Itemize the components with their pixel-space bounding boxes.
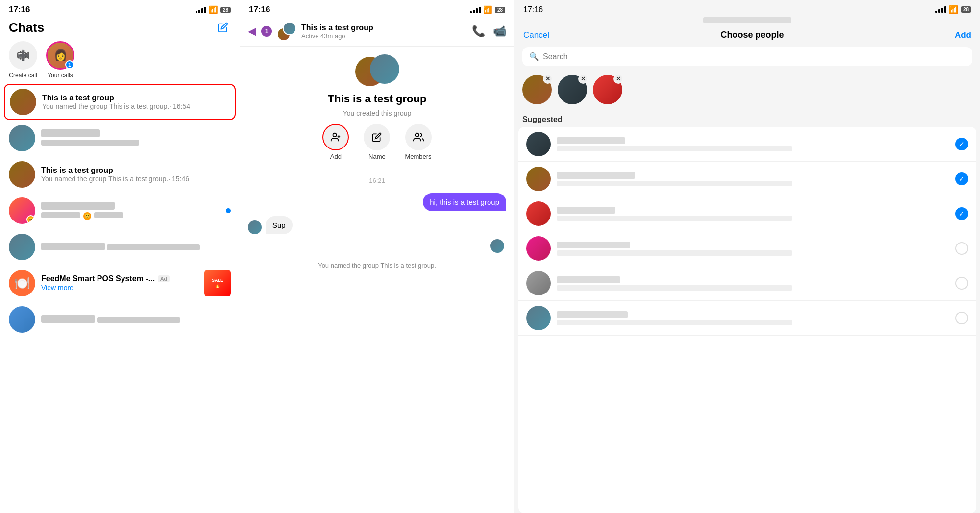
svg-point-6	[333, 133, 337, 137]
your-calls-circle[interactable]: 👩 1	[46, 41, 74, 70]
suggested-label: Suggested	[514, 110, 980, 127]
chat-item-7[interactable]	[0, 301, 240, 338]
create-call-circle[interactable]: ➕	[9, 41, 37, 70]
svg-point-9	[415, 133, 418, 137]
choose-title: Choose people	[720, 30, 784, 40]
wifi-icon-chat: 📶	[483, 5, 492, 14]
remove-avatar-1[interactable]: ✕	[543, 74, 553, 84]
create-call-label: Create call	[9, 72, 37, 79]
remove-avatar-2[interactable]: ✕	[578, 74, 588, 84]
edit-icon[interactable]	[215, 20, 231, 35]
chat-info-5	[41, 242, 231, 252]
chat-item-4[interactable]: 😊 😊	[0, 193, 240, 229]
check-circle-6[interactable]	[956, 312, 968, 324]
timestamp-1621: 16:21	[248, 177, 506, 184]
check-circle-2[interactable]: ✓	[956, 172, 968, 185]
header-status: Active 43m ago	[301, 32, 467, 40]
small-avatar-right	[490, 239, 504, 253]
add-label: Add	[330, 153, 342, 160]
selected-avatar-1: ✕	[522, 75, 552, 104]
members-circle[interactable]	[405, 124, 432, 150]
video-button[interactable]: 📹	[493, 25, 506, 38]
signal-icon	[196, 7, 206, 13]
person-sub-6	[557, 320, 792, 325]
person-item-1[interactable]: ✓	[518, 127, 976, 162]
create-call-action[interactable]: ➕ Create call	[9, 41, 37, 79]
group-action-members[interactable]: Members	[405, 124, 431, 160]
person-item-5[interactable]	[518, 266, 976, 301]
chat-avatar-7	[9, 306, 35, 333]
add-circle[interactable]	[322, 124, 349, 150]
person-avatar-6	[526, 306, 551, 330]
phone-button[interactable]: 📞	[472, 25, 485, 38]
name-label: Name	[368, 153, 386, 160]
your-calls-label: Your calls	[48, 72, 73, 79]
blurred-name-2	[41, 129, 100, 137]
add-button[interactable]: Add	[955, 30, 971, 40]
group-avatar-right	[283, 22, 296, 35]
search-input[interactable]	[543, 52, 965, 61]
person-avatar-4	[526, 236, 551, 261]
chat-preview-3: You named the group This is a test group…	[41, 175, 231, 183]
person-sub-4	[557, 250, 792, 256]
person-item-4[interactable]	[518, 231, 976, 266]
selected-avatar-3: ✕	[593, 75, 622, 104]
person-sub-5	[557, 285, 792, 291]
your-calls-action[interactable]: 👩 1 Your calls	[46, 41, 74, 79]
ad-thumbnail: SALE🔥	[204, 270, 231, 296]
chat-avatar-2	[9, 125, 35, 151]
chat-item-selected[interactable]: This is a test group You named the group…	[4, 84, 236, 120]
search-bar[interactable]: 🔍	[522, 47, 972, 66]
chat-avatar-feedme: 🍽️	[9, 270, 35, 296]
chat-item-feedme[interactable]: 🍽️ FeedMe Smart POS System -... Ad View …	[0, 265, 240, 301]
status-bar-people: 17:16 📶 28	[514, 0, 980, 16]
person-item-2[interactable]: ✓	[518, 162, 976, 196]
check-circle-3[interactable]: ✓	[956, 207, 968, 220]
check-circle-5[interactable]	[956, 277, 968, 290]
header-info: This is a test group Active 43m ago	[301, 24, 467, 40]
name-circle[interactable]	[364, 124, 390, 150]
group-action-name[interactable]: Name	[364, 124, 390, 160]
person-item-6[interactable]	[518, 301, 976, 336]
check-circle-4[interactable]	[956, 242, 968, 255]
feedme-view-more[interactable]: View more	[41, 284, 74, 292]
bubble-outgoing: hi, this is a test group	[423, 193, 506, 211]
person-avatar-3	[526, 201, 551, 226]
check-circle-1[interactable]: ✓	[956, 138, 968, 150]
status-icons-chat: 📶 28	[470, 5, 505, 14]
person-name-4	[557, 242, 630, 248]
blurred-preview-7	[97, 317, 180, 323]
group-action-add[interactable]: Add	[322, 124, 349, 160]
person-name-2	[557, 172, 635, 179]
status-bar-chats: 17:16 📶 28	[0, 0, 240, 17]
status-icons-people: 📶 28	[935, 5, 971, 14]
signal-icon-chat	[470, 7, 481, 13]
person-info-3	[557, 207, 950, 221]
group-subtitle: You created this group	[343, 109, 412, 117]
blurred-preview-4a	[41, 212, 80, 218]
person-sub-3	[557, 216, 792, 221]
chat-avatar-3	[9, 161, 35, 188]
blurred-preview-2	[41, 140, 139, 146]
battery-people: 28	[961, 6, 971, 13]
chat-name-3: This is a test group	[41, 166, 231, 175]
chat-item-2[interactable]	[0, 120, 240, 156]
chats-title: Chats	[9, 20, 44, 35]
back-chevron: ◀	[248, 25, 256, 38]
chat-item-5[interactable]	[0, 229, 240, 265]
people-panel: 17:16 📶 28 Cancel Choose people Add 🔍 ✕	[514, 0, 980, 513]
chat-item-3[interactable]: This is a test group You named the group…	[0, 156, 240, 193]
remove-avatar-3[interactable]: ✕	[613, 74, 623, 84]
chat-info-4: 😊	[41, 202, 220, 220]
person-avatar-2	[526, 167, 551, 191]
blurred-name-5	[41, 243, 105, 250]
system-message: You named the group This is a test group…	[248, 262, 506, 269]
group-name-large: This is a test group	[328, 93, 427, 105]
selected-avatar-2: ✕	[558, 75, 587, 104]
person-info-1	[557, 137, 950, 151]
person-item-3[interactable]: ✓	[518, 196, 976, 231]
unread-count-badge: 1	[261, 26, 272, 37]
cancel-button[interactable]: Cancel	[523, 30, 549, 40]
blurred-top-hint	[514, 16, 980, 26]
back-button[interactable]: ◀	[248, 25, 256, 38]
